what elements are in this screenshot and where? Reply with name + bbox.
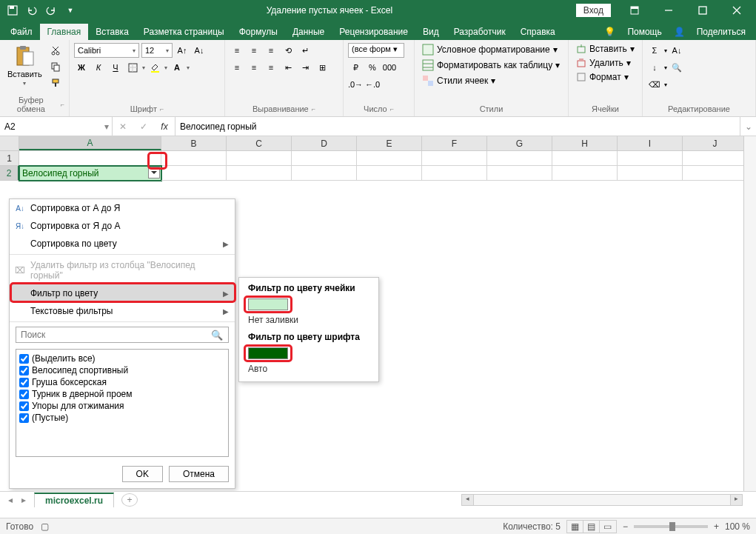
minimize-icon[interactable] (652, 0, 685, 21)
tab-review[interactable]: Рецензирование (332, 24, 415, 40)
column-header[interactable]: D (292, 136, 357, 150)
filter-check-item[interactable]: Упоры для отжимания (19, 400, 225, 412)
filter-check-item[interactable]: Груша боксерская (19, 376, 225, 388)
find-icon[interactable]: 🔍 (669, 60, 684, 75)
filter-by-color[interactable]: Фильтр по цвету▶ (10, 284, 235, 302)
sheet-nav-next-icon[interactable]: ▸ (18, 495, 30, 505)
orientation-icon[interactable]: ⟲ (281, 43, 295, 58)
tab-developer[interactable]: Разработчик (446, 24, 513, 40)
tab-home[interactable]: Главная (40, 24, 89, 40)
cell[interactable] (161, 151, 227, 166)
tab-view[interactable]: Вид (415, 24, 446, 40)
column-header[interactable]: E (357, 136, 422, 150)
column-header[interactable]: C (227, 136, 292, 150)
zoom-level[interactable]: 100 % (725, 521, 750, 532)
cell[interactable] (227, 151, 292, 166)
cell[interactable] (422, 166, 487, 181)
ribbon-display-icon[interactable] (618, 0, 651, 21)
close-icon[interactable] (720, 0, 753, 21)
comma-icon[interactable]: 000 (382, 60, 397, 75)
zoom-out-icon[interactable]: − (623, 521, 628, 532)
tellme-button[interactable]: Помощь (620, 24, 669, 40)
redo-icon[interactable] (43, 2, 59, 19)
tab-insert[interactable]: Вставка (88, 24, 136, 40)
share-icon[interactable]: 👤 (674, 27, 685, 37)
cell-styles-button[interactable]: Стили ячеек ▾ (419, 74, 563, 87)
tab-formulas[interactable]: Формулы (232, 24, 285, 40)
fill-color-icon[interactable] (147, 60, 162, 75)
align-middle-icon[interactable]: ≡ (247, 43, 261, 58)
cell[interactable]: Велосипед горный (19, 166, 161, 181)
column-header[interactable]: H (552, 136, 618, 150)
cancel-formula-icon[interactable]: ✕ (113, 121, 133, 132)
cell[interactable] (422, 151, 487, 166)
copy-icon[interactable] (48, 59, 63, 74)
cancel-button[interactable]: Отмена (169, 466, 229, 482)
zoom-slider[interactable] (634, 525, 708, 528)
page-break-view-icon[interactable]: ▭ (600, 521, 616, 533)
fx-icon[interactable]: fx (154, 121, 175, 132)
tab-file[interactable]: Файл (3, 24, 40, 40)
tab-page-layout[interactable]: Разметка страницы (136, 24, 232, 40)
row-header[interactable]: 2 (0, 166, 19, 181)
column-header[interactable]: J (683, 136, 748, 150)
sheet-nav-prev-icon[interactable]: ◂ (4, 495, 16, 505)
number-format-select[interactable]: (все форм ▾ (348, 43, 404, 58)
decrease-decimal-icon[interactable]: ←.0 (365, 77, 380, 92)
sort-filter-icon[interactable]: A↓ (669, 43, 684, 58)
name-box[interactable]: A2▾ (0, 117, 113, 136)
borders-icon[interactable] (125, 60, 140, 75)
cell[interactable] (227, 166, 292, 181)
format-painter-icon[interactable] (48, 76, 63, 90)
cell[interactable] (683, 151, 748, 166)
tab-help[interactable]: Справка (513, 24, 563, 40)
cell[interactable] (552, 151, 618, 166)
filter-checkbox[interactable] (19, 378, 29, 387)
filter-items-list[interactable]: (Выделить все)Велосипед спортивныйГруша … (16, 349, 229, 457)
alignment-expand-icon[interactable]: ⌐ (312, 105, 315, 113)
formula-expand-icon[interactable]: ⌄ (740, 117, 756, 136)
delete-cells-button[interactable]: Удалить ▾ (573, 57, 638, 69)
cell[interactable] (487, 166, 552, 181)
clipboard-expand-icon[interactable]: ⌐ (61, 101, 64, 108)
italic-button[interactable]: К (91, 60, 106, 75)
currency-icon[interactable]: ₽ (348, 60, 363, 75)
horizontal-scrollbar[interactable]: ◂▸ (461, 494, 743, 506)
column-header[interactable]: I (618, 136, 683, 150)
sort-descending[interactable]: Я↓ Сортировка от Я до А (10, 217, 235, 235)
decrease-font-icon[interactable]: A↓ (192, 43, 207, 58)
merge-icon[interactable]: ⊞ (315, 60, 330, 75)
increase-font-icon[interactable]: A↑ (175, 43, 190, 58)
filter-check-item[interactable]: Велосипед спортивный (19, 364, 225, 376)
qat-customize-icon[interactable]: ▼ (62, 2, 78, 19)
cell[interactable] (618, 151, 683, 166)
align-center-icon[interactable]: ≡ (247, 60, 261, 75)
column-header[interactable]: F (422, 136, 487, 150)
increase-decimal-icon[interactable]: .0→ (348, 77, 363, 92)
cell[interactable] (19, 151, 161, 166)
normal-view-icon[interactable]: ▦ (567, 521, 583, 533)
fill-icon[interactable]: ↓ (647, 60, 662, 75)
select-all-corner[interactable] (0, 136, 19, 150)
format-as-table-button[interactable]: Форматировать как таблицу ▾ (419, 59, 563, 72)
percent-icon[interactable]: % (365, 60, 380, 75)
paste-button[interactable]: Вставить ▾ (4, 43, 45, 88)
page-layout-view-icon[interactable]: ▤ (583, 521, 600, 533)
align-right-icon[interactable]: ≡ (264, 60, 278, 75)
filter-check-item[interactable]: Турник в дверной проем (19, 388, 225, 400)
formula-input[interactable]: Велосипед горный (175, 117, 740, 136)
cell[interactable] (292, 151, 357, 166)
filter-checkbox[interactable] (19, 366, 29, 376)
auto-option[interactable]: Авто (239, 362, 378, 378)
save-icon[interactable] (4, 2, 21, 19)
font-color-icon[interactable]: A (170, 60, 184, 75)
undo-icon[interactable] (24, 2, 40, 19)
tab-data[interactable]: Данные (285, 24, 332, 40)
macro-record-icon[interactable]: ▢ (41, 521, 49, 532)
ok-button[interactable]: OK (122, 466, 163, 482)
number-expand-icon[interactable]: ⌐ (390, 105, 394, 113)
filter-check-item[interactable]: (Выделить все) (19, 353, 225, 364)
bold-button[interactable]: Ж (74, 60, 89, 75)
font-name-select[interactable]: Calibri▾ (74, 43, 139, 58)
maximize-icon[interactable] (686, 0, 719, 21)
